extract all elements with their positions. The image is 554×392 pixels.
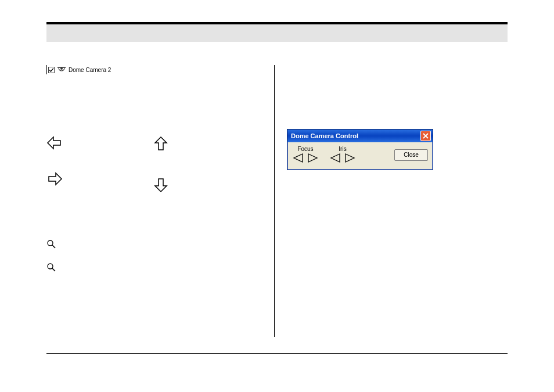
dome-camera-icon: [57, 66, 66, 74]
camera-tree-item[interactable]: Dome Camera 2: [46, 65, 111, 74]
dialog-titlebar[interactable]: Dome Camera Control: [287, 130, 433, 142]
column-separator: [274, 65, 275, 337]
focus-label: Focus: [297, 146, 313, 152]
arrow-right-icon: [46, 172, 64, 187]
tilt-down-row: [154, 177, 171, 194]
dialog-title: Dome Camera Control: [291, 132, 420, 139]
camera-label: Dome Camera 2: [69, 67, 111, 73]
svg-line-2: [52, 245, 55, 248]
zoom-in-row: [46, 239, 273, 250]
close-icon[interactable]: [420, 131, 431, 141]
zoom-in-icon: [46, 239, 57, 250]
svg-point-0: [60, 67, 63, 70]
iris-open-icon[interactable]: [343, 153, 356, 164]
arrow-up-icon: [154, 136, 171, 153]
footer-rule: [46, 353, 508, 354]
checkbox-icon[interactable]: [48, 67, 55, 73]
iris-label: Iris: [339, 146, 346, 152]
svg-point-3: [48, 264, 53, 269]
left-column: Dome Camera 2: [46, 65, 273, 276]
focus-group: Focus: [292, 146, 319, 164]
close-button[interactable]: Close: [394, 149, 428, 161]
zoom-out-row: [46, 262, 273, 273]
dome-camera-control-dialog: Dome Camera Control Focus: [287, 129, 433, 170]
dialog-body: Focus Iris: [287, 142, 433, 170]
tilt-up-row: [154, 136, 171, 153]
focus-near-icon[interactable]: [292, 153, 305, 164]
arrow-left-icon: [46, 136, 64, 151]
svg-point-1: [48, 240, 53, 246]
zoom-out-icon: [46, 262, 57, 273]
iris-group: Iris: [329, 146, 356, 164]
arrow-down-icon: [154, 177, 171, 194]
svg-line-4: [52, 268, 55, 271]
iris-close-icon[interactable]: [329, 153, 342, 164]
focus-far-icon[interactable]: [306, 153, 319, 164]
header-band: [46, 24, 508, 42]
